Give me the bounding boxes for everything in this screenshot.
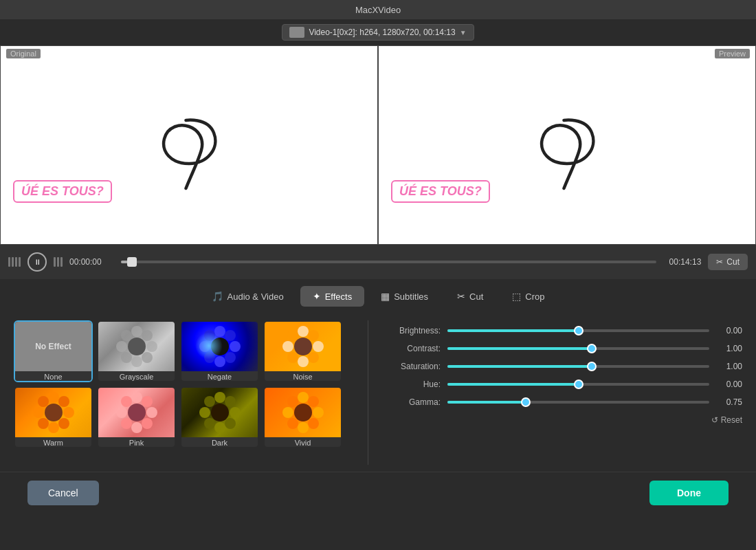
contrast-track[interactable] [447, 347, 709, 350]
timeline-track[interactable] [121, 261, 656, 263]
effect-pink-label: Pink [98, 437, 175, 448]
svg-point-31 [48, 422, 59, 433]
effect-none-label: None [15, 371, 91, 382]
effect-warm[interactable]: Warm [14, 386, 93, 448]
effects-icon: ✦ [313, 291, 321, 302]
svg-point-39 [142, 418, 153, 429]
svg-point-11 [230, 341, 241, 352]
original-panel: Original ÚÉ ES TOUS? [0, 45, 378, 245]
svg-point-47 [230, 407, 241, 418]
timeline-handle[interactable] [127, 257, 137, 267]
svg-point-7 [121, 330, 132, 341]
brightness-track[interactable] [447, 329, 709, 332]
svg-point-50 [204, 418, 215, 429]
effect-noise-preview [265, 322, 341, 371]
tabs-bar: 🎵 Audio & Video ✦ Effects ▦ Subtitles ✂ … [0, 279, 756, 314]
effect-vivid[interactable]: Vivid [263, 386, 342, 448]
svg-point-27 [48, 392, 59, 403]
preview-content: ÚÉ ES TOUS? [379, 46, 755, 244]
effect-dark[interactable]: Dark [180, 386, 259, 448]
tab-audio-video[interactable]: 🎵 Audio & Video [199, 286, 296, 307]
effect-grayscale-label: Grayscale [98, 371, 175, 382]
svg-point-62 [294, 404, 312, 421]
hue-value: 0.00 [716, 380, 742, 389]
svg-point-36 [131, 392, 142, 403]
gamma-thumb[interactable] [521, 397, 531, 407]
svg-point-43 [121, 396, 132, 407]
svg-point-20 [313, 341, 324, 352]
effect-none[interactable]: No Effect None [14, 320, 93, 382]
svg-point-61 [287, 396, 298, 407]
svg-point-22 [298, 356, 309, 367]
svg-point-1 [142, 330, 153, 341]
svg-point-35 [45, 404, 63, 421]
effect-none-preview: No Effect [15, 322, 91, 371]
effect-grayscale-preview [98, 322, 175, 371]
video-selector[interactable]: Video-1[0x2]: h264, 1280x720, 00:14:13 ▼ [282, 24, 474, 41]
contrast-row: Contrast: 1.00 [386, 344, 742, 353]
pause-button[interactable]: ⏸ [27, 252, 47, 272]
video-thumbnail [289, 27, 304, 38]
tab-cut-label: Cut [469, 292, 483, 302]
svg-point-37 [142, 396, 153, 407]
brightness-fill [447, 329, 579, 332]
svg-point-32 [38, 418, 49, 429]
effect-dark-label: Dark [181, 437, 258, 448]
effect-pink[interactable]: Pink [97, 386, 176, 448]
effect-noise[interactable]: Noise [263, 320, 342, 382]
svg-point-12 [225, 352, 236, 363]
svg-point-30 [58, 418, 69, 429]
svg-point-8 [128, 338, 146, 355]
tab-cut[interactable]: ✂ Cut [445, 286, 496, 307]
tab-crop[interactable]: ⬚ Crop [500, 286, 557, 307]
svg-point-46 [225, 396, 236, 407]
tab-audio-video-label: Audio & Video [227, 292, 284, 302]
cut-label: Cut [726, 257, 740, 267]
audio-video-icon: 🎵 [212, 291, 223, 302]
gamma-label: Gamma: [386, 397, 441, 407]
done-button[interactable]: Done [649, 481, 729, 505]
reset-label: Reset [721, 415, 742, 425]
effect-negate[interactable]: Negate [180, 320, 259, 382]
timeline-line [15, 257, 17, 267]
gamma-row: Gamma: 0.75 [386, 397, 742, 407]
svg-point-49 [214, 422, 225, 433]
effects-grid: No Effect None [14, 320, 351, 465]
svg-point-59 [287, 418, 298, 429]
svg-point-60 [282, 407, 293, 418]
svg-point-55 [308, 396, 319, 407]
svg-point-52 [204, 396, 215, 407]
cut-button[interactable]: ✂ Cut [708, 254, 748, 270]
hue-row: Hue: 0.00 [386, 380, 742, 389]
tab-effects[interactable]: ✦ Effects [300, 286, 365, 307]
brightness-thumb[interactable] [574, 326, 583, 336]
svg-point-21 [308, 352, 319, 363]
svg-point-24 [282, 341, 293, 352]
hue-track[interactable] [447, 383, 709, 386]
svg-point-48 [225, 418, 236, 429]
timeline-line [57, 257, 59, 267]
effect-pink-preview [98, 388, 175, 437]
svg-point-3 [142, 352, 153, 363]
effect-grayscale[interactable]: Grayscale [97, 320, 176, 382]
contrast-thumb[interactable] [587, 344, 597, 353]
effect-warm-label: Warm [15, 437, 91, 448]
svg-point-44 [128, 404, 146, 421]
svg-point-18 [298, 326, 309, 337]
svg-point-54 [298, 392, 309, 403]
preview-panel: Preview ÚÉ ES TOUS? [378, 45, 756, 245]
effect-warm-preview [15, 388, 91, 437]
svg-point-10 [225, 330, 236, 341]
cancel-button[interactable]: Cancel [27, 481, 99, 505]
svg-point-29 [63, 407, 74, 418]
video-selector-bar: Video-1[0x2]: h264, 1280x720, 00:14:13 ▼ [0, 19, 756, 45]
gamma-track[interactable] [447, 401, 709, 404]
tab-subtitles[interactable]: ▦ Subtitles [368, 286, 441, 307]
contrast-value: 1.00 [716, 344, 742, 353]
contrast-fill [447, 347, 592, 350]
reset-button[interactable]: ↺ Reset [711, 415, 742, 425]
saturation-thumb[interactable] [587, 362, 597, 371]
saturation-track[interactable] [447, 365, 709, 368]
hue-fill [447, 383, 579, 386]
hue-thumb[interactable] [574, 380, 583, 389]
